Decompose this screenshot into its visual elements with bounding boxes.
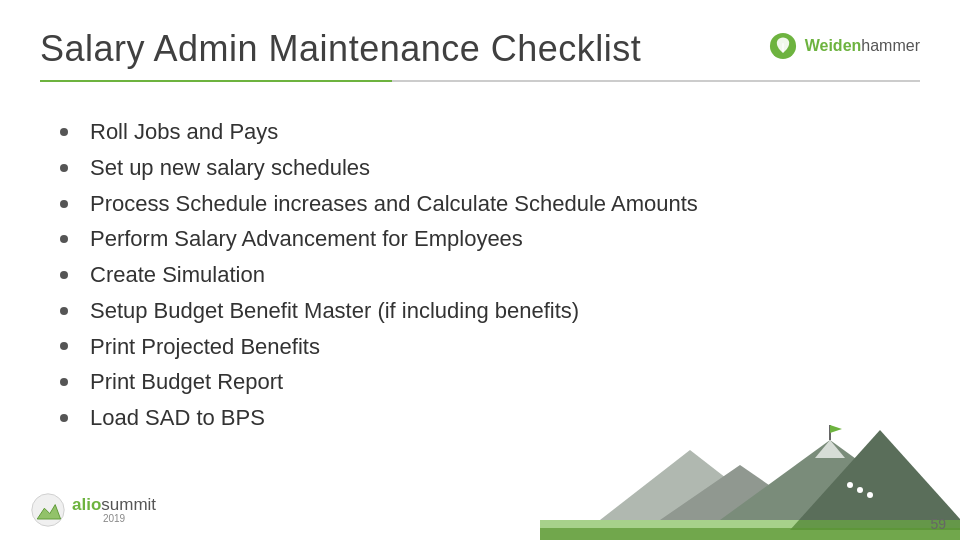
alio-text: alio <box>72 496 101 513</box>
bullet-dot <box>60 378 68 386</box>
checklist-item-text: Setup Budget Benefit Master (if includin… <box>90 296 579 326</box>
year-text: 2019 <box>72 514 156 524</box>
checklist-item-text: Load SAD to BPS <box>90 403 265 433</box>
checklist-item-text: Set up new salary schedules <box>90 153 370 183</box>
slide-footer: alio summit 2019 <box>0 470 960 540</box>
svg-point-11 <box>867 492 873 498</box>
bullet-dot <box>60 128 68 136</box>
bullet-dot <box>60 307 68 315</box>
bullet-dot <box>60 164 68 172</box>
slide: Salary Admin Maintenance Checklist Weide… <box>0 0 960 540</box>
checklist-item: Roll Jobs and Pays <box>60 117 900 147</box>
bullet-dot <box>60 414 68 422</box>
bullet-dot <box>60 200 68 208</box>
page-number: 59 <box>930 516 946 532</box>
main-content: Roll Jobs and PaysSet up new salary sche… <box>0 82 960 470</box>
checklist-item: Process Schedule increases and Calculate… <box>60 189 900 219</box>
footer-logo-text-block: alio summit 2019 <box>72 496 156 524</box>
checklist: Roll Jobs and PaysSet up new salary sche… <box>60 117 900 432</box>
checklist-item: Print Projected Benefits <box>60 332 900 362</box>
checklist-item-text: Roll Jobs and Pays <box>90 117 278 147</box>
weidenhammer-logo-icon <box>769 32 797 60</box>
bullet-dot <box>60 271 68 279</box>
checklist-item-text: Print Projected Benefits <box>90 332 320 362</box>
bullet-dot <box>60 342 68 350</box>
svg-rect-13 <box>540 528 960 540</box>
page-title: Salary Admin Maintenance Checklist <box>40 28 641 70</box>
checklist-item: Perform Salary Advancement for Employees <box>60 224 900 254</box>
checklist-item-text: Perform Salary Advancement for Employees <box>90 224 523 254</box>
checklist-item: Setup Budget Benefit Master (if includin… <box>60 296 900 326</box>
checklist-item-text: Create Simulation <box>90 260 265 290</box>
checklist-item: Set up new salary schedules <box>60 153 900 183</box>
slide-header: Salary Admin Maintenance Checklist Weide… <box>0 0 960 70</box>
svg-marker-8 <box>830 425 842 433</box>
alio-summit-icon <box>30 492 66 528</box>
logo-area: Weidenhammer <box>769 28 920 60</box>
checklist-item-text: Process Schedule increases and Calculate… <box>90 189 698 219</box>
svg-point-1 <box>32 494 64 526</box>
checklist-item: Create Simulation <box>60 260 900 290</box>
summit-text: summit <box>101 496 156 513</box>
weidenhammer-logo-text: Weidenhammer <box>805 37 920 55</box>
mountain-illustration <box>540 420 960 540</box>
svg-point-10 <box>857 487 863 493</box>
checklist-item: Print Budget Report <box>60 367 900 397</box>
bullet-dot <box>60 235 68 243</box>
footer-logo: alio summit 2019 <box>30 492 156 540</box>
svg-point-9 <box>847 482 853 488</box>
checklist-item-text: Print Budget Report <box>90 367 283 397</box>
